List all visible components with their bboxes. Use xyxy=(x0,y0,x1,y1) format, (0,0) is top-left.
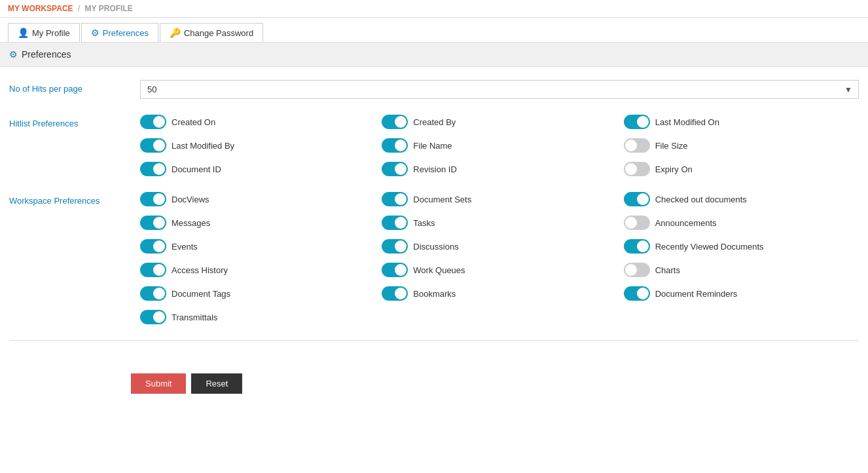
toggle-label: Created By xyxy=(413,117,456,127)
toggle-slider xyxy=(382,286,408,301)
toggle-slider xyxy=(624,138,650,153)
breadcrumb: MY WORKSPACE / MY PROFILE xyxy=(0,0,868,18)
toggle-slider xyxy=(624,216,650,230)
toggle-slider xyxy=(140,192,166,206)
toggle-switch[interactable] xyxy=(624,138,650,153)
preferences-section-title: Preferences xyxy=(22,49,71,60)
toggle-slider xyxy=(624,239,650,254)
workspace-prefs-row: Workspace Preferences DocViewsDocument S… xyxy=(9,192,859,324)
hitlist-prefs-label: Hitlist Preferences xyxy=(9,115,140,128)
toggle-switch[interactable] xyxy=(140,263,166,277)
toggle-switch[interactable] xyxy=(382,162,408,176)
toggle-label: Checked out documents xyxy=(655,195,747,204)
toggle-slider xyxy=(140,115,166,129)
toggle-label: Charts xyxy=(655,265,680,275)
toggle-item: File Size xyxy=(624,138,859,153)
toggle-switch[interactable] xyxy=(382,286,408,301)
toggle-switch[interactable] xyxy=(624,286,650,301)
toggle-item: File Name xyxy=(382,138,617,153)
toggle-item: Transmittals xyxy=(140,310,375,324)
toggle-switch[interactable] xyxy=(624,216,650,230)
toggle-switch[interactable] xyxy=(140,115,166,129)
toggle-item: Document Sets xyxy=(382,192,617,206)
toggle-switch[interactable] xyxy=(624,162,650,176)
toggle-switch[interactable] xyxy=(624,192,650,206)
tab-change-password[interactable]: 🔑 Change Password xyxy=(160,23,263,42)
toggle-item: Created On xyxy=(140,115,375,129)
toggle-label: Announcements xyxy=(655,218,717,228)
hits-per-page-field: 10 25 50 100 ▼ xyxy=(140,80,859,99)
toggle-label: DocViews xyxy=(172,195,209,204)
toggle-switch[interactable] xyxy=(140,239,166,254)
toggle-slider xyxy=(624,263,650,277)
tab-preferences-label: Preferences xyxy=(103,28,149,38)
tab-change-password-label: Change Password xyxy=(184,28,253,38)
toggle-label: Events xyxy=(172,242,198,252)
toggle-item: Tasks xyxy=(382,216,617,230)
toggle-label: Document ID xyxy=(172,164,221,174)
toggle-item: Charts xyxy=(624,263,859,277)
tab-my-profile-label: My Profile xyxy=(32,28,70,38)
toggle-label: Bookmarks xyxy=(413,289,456,299)
workspace-toggle-grid: DocViewsDocument SetsChecked out documen… xyxy=(140,192,859,324)
preferences-section-header: ⚙ Preferences xyxy=(0,43,868,67)
preferences-section-icon: ⚙ xyxy=(9,49,18,60)
hitlist-prefs-field: Created OnCreated ByLast Modified OnLast… xyxy=(140,115,859,176)
toggle-slider xyxy=(624,115,650,129)
toggle-item: Document ID xyxy=(140,162,375,176)
my-profile-icon: 👤 xyxy=(18,28,29,38)
toggle-switch[interactable] xyxy=(140,310,166,324)
toggle-switch[interactable] xyxy=(140,162,166,176)
toggle-switch[interactable] xyxy=(140,286,166,301)
toggle-item: Announcements xyxy=(624,216,859,230)
toggle-switch[interactable] xyxy=(624,239,650,254)
form-divider xyxy=(9,340,859,341)
toggle-switch[interactable] xyxy=(382,239,408,254)
toggle-label: Expiry On xyxy=(655,164,693,174)
toggle-item: Document Tags xyxy=(140,286,375,301)
toggle-label: Access History xyxy=(172,265,228,275)
toggle-slider xyxy=(140,310,166,324)
toggle-slider xyxy=(624,162,650,176)
toggle-switch[interactable] xyxy=(382,263,408,277)
reset-button[interactable]: Reset xyxy=(191,373,242,394)
tab-preferences[interactable]: ⚙ Preferences xyxy=(81,23,158,42)
tab-my-profile[interactable]: 👤 My Profile xyxy=(8,23,80,42)
toggle-switch[interactable] xyxy=(624,115,650,129)
toggle-label: Created On xyxy=(172,117,215,127)
toggle-item: Access History xyxy=(140,263,375,277)
toggle-switch[interactable] xyxy=(140,138,166,153)
toggle-switch[interactable] xyxy=(382,115,408,129)
preferences-icon: ⚙ xyxy=(91,28,99,38)
toggle-switch[interactable] xyxy=(140,216,166,230)
toggle-item: Expiry On xyxy=(624,162,859,176)
toggle-switch[interactable] xyxy=(382,192,408,206)
toggle-switch[interactable] xyxy=(382,216,408,230)
workspace-prefs-field: DocViewsDocument SetsChecked out documen… xyxy=(140,192,859,324)
toggle-slider xyxy=(140,263,166,277)
toggle-slider xyxy=(382,263,408,277)
toggle-switch[interactable] xyxy=(140,192,166,206)
hitlist-prefs-row: Hitlist Preferences Created OnCreated By… xyxy=(9,115,859,176)
toggle-switch[interactable] xyxy=(382,138,408,153)
toggle-slider xyxy=(624,192,650,206)
hits-select-wrapper: 10 25 50 100 ▼ xyxy=(140,80,859,99)
toggle-slider xyxy=(382,239,408,254)
toggle-item: Bookmarks xyxy=(382,286,617,301)
toggle-slider xyxy=(140,138,166,153)
hits-per-page-row: No of Hits per page 10 25 50 100 ▼ xyxy=(9,80,859,99)
toggle-label: Document Sets xyxy=(413,195,471,204)
toggle-slider xyxy=(382,216,408,230)
toggle-label: File Name xyxy=(413,141,452,151)
toggle-item: Events xyxy=(140,239,375,254)
tabs-container: 👤 My Profile ⚙ Preferences 🔑 Change Pass… xyxy=(0,18,868,43)
toggle-switch[interactable] xyxy=(624,263,650,277)
hits-per-page-select[interactable]: 10 25 50 100 xyxy=(140,80,859,99)
submit-button[interactable]: Submit xyxy=(131,373,186,394)
toggle-item: Last Modified By xyxy=(140,138,375,153)
toggle-item: Created By xyxy=(382,115,617,129)
toggle-slider xyxy=(382,192,408,206)
toggle-item: DocViews xyxy=(140,192,375,206)
toggle-label: Transmittals xyxy=(172,312,217,322)
toggle-slider xyxy=(140,286,166,301)
